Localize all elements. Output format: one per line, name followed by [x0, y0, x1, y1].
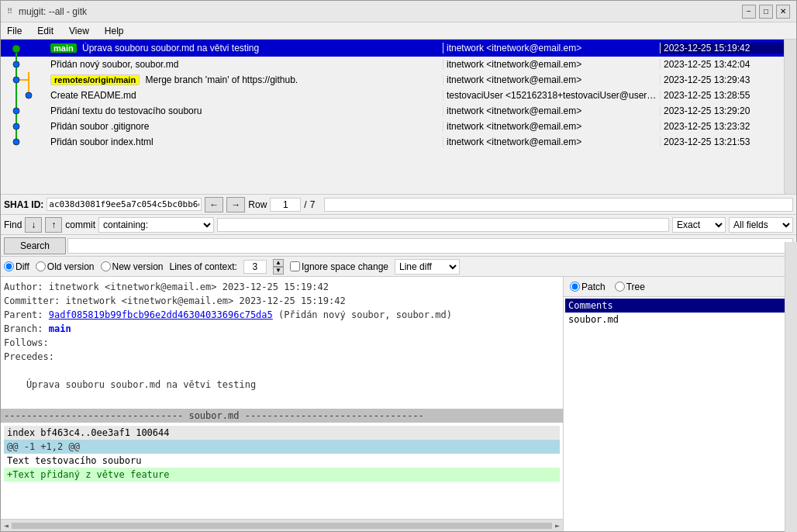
svg-point-3 — [13, 61, 19, 67]
fields-dropdown[interactable]: All fields Headline Comments Author Comm… — [729, 217, 793, 233]
commit-date-1: 2023-12-25 13:42:04 — [660, 59, 784, 70]
diff-scrollbar[interactable]: ◄ ► — [1, 519, 563, 531]
find-mode-dropdown[interactable]: containing: touching paths: adding/remov… — [98, 217, 214, 233]
diff-radio[interactable] — [4, 261, 14, 271]
minimize-button[interactable]: − — [742, 5, 756, 19]
diff-precedes-line: Precedes: — [4, 350, 560, 364]
file-item-comments[interactable]: Comments — [565, 299, 795, 313]
ignore-space-label[interactable]: Ignore space change — [290, 261, 388, 272]
next-button[interactable]: → — [226, 197, 245, 212]
graph-svg-6 — [1, 134, 47, 150]
diff-options-row: Diff Old version New version Lines of co… — [1, 257, 796, 277]
ignore-space-text: Ignore space change — [302, 261, 388, 272]
commit-row-0[interactable]: main Úprava souboru soubor.md na větvi t… — [1, 40, 784, 57]
old-version-radio[interactable] — [36, 261, 46, 271]
row-input[interactable] — [270, 198, 301, 212]
graph-col-6 — [1, 134, 47, 150]
row-search-input[interactable] — [324, 198, 793, 212]
svg-point-14 — [13, 123, 19, 130]
close-button[interactable]: ✕ — [776, 5, 790, 19]
menu-help[interactable]: Help — [102, 24, 127, 38]
ignore-space-checkbox[interactable] — [290, 261, 300, 271]
commit-author-5: itnetwork <itnetwork@email.em> — [443, 121, 660, 132]
graph-svg-4 — [1, 103, 47, 119]
menu-bar: File Edit View Help — [1, 22, 796, 40]
diff-index: index bf463c4..0ee3af1 100644 — [4, 426, 560, 440]
sha1-row: SHA1 ID: ← → Row / 7 — [1, 195, 796, 215]
commit-text-1: Přidán nový soubor, soubor.md — [50, 59, 178, 70]
old-version-radio-label[interactable]: Old version — [36, 261, 95, 272]
svg-point-12 — [13, 108, 19, 114]
commit-row-5[interactable]: Přidán soubor .gitignore itnetwork <itne… — [1, 119, 784, 134]
main-content: main Úprava souboru soubor.md na větvi t… — [1, 40, 796, 531]
commit-msg-5: Přidán soubor .gitignore — [47, 121, 443, 132]
row-label: Row — [248, 199, 267, 210]
svg-point-10 — [26, 92, 32, 98]
new-version-radio[interactable] — [101, 261, 111, 271]
find-up-button[interactable]: ↑ — [45, 217, 62, 233]
right-scrollbar[interactable] — [785, 277, 796, 531]
tree-radio-label[interactable]: Tree — [615, 282, 645, 292]
find-input[interactable] — [217, 218, 669, 232]
maximize-button[interactable]: □ — [759, 5, 773, 19]
svg-point-7 — [13, 77, 19, 83]
branch-tag-remote[interactable]: remotes/origin/main — [50, 74, 140, 85]
find-label: Find — [4, 219, 22, 230]
commit-text-6: Přidán soubor index.html — [50, 136, 154, 147]
spin-up[interactable]: ▲ — [273, 259, 284, 267]
patch-radio[interactable] — [570, 282, 580, 292]
svg-point-0 — [12, 45, 20, 53]
commit-main-area: main Úprava souboru soubor.md na větvi t… — [1, 40, 784, 194]
window-title: mujgit: --all - gitk — [19, 6, 87, 17]
file-item-soubor[interactable]: soubor.md — [565, 313, 795, 326]
commit-row-3[interactable]: Create README.md testovaciUser <15216231… — [1, 88, 784, 103]
patch-radio-label[interactable]: Patch — [570, 282, 606, 292]
commit-author-2: itnetwork <itnetwork@email.em> — [443, 74, 660, 85]
commit-row-6[interactable]: Přidán soubor index.html itnetwork <itne… — [1, 134, 784, 150]
tree-radio[interactable] — [615, 282, 625, 292]
exact-dropdown[interactable]: Exact IgnCase Regexp — [672, 217, 726, 233]
row-separator: / — [304, 199, 306, 210]
title-bar: ⠿ mujgit: --all - gitk − □ ✕ — [1, 1, 796, 22]
branch-tag-main[interactable]: main — [50, 43, 77, 53]
commit-scrollbar[interactable] — [784, 40, 796, 194]
new-version-radio-label[interactable]: New version — [101, 261, 164, 272]
diff-context-line: Text testovacího souboru — [4, 454, 560, 468]
context-spinner: ▲ ▼ — [273, 259, 284, 275]
scroll-left-arrow[interactable]: ◄ — [4, 521, 9, 530]
sha1-input[interactable] — [47, 198, 202, 211]
find-down-button[interactable]: ↓ — [25, 217, 42, 233]
graph-svg-5 — [1, 119, 47, 134]
commit-text-4: Přidání textu do testovacího souboru — [50, 105, 202, 116]
spin-down[interactable]: ▼ — [273, 267, 284, 275]
patch-tree-row: Patch Tree — [564, 277, 796, 297]
commit-area: main Úprava souboru soubor.md na větvi t… — [1, 40, 796, 195]
graph-col-1 — [1, 57, 47, 72]
diff-panel[interactable]: Author: itnetwork <itnetwork@email.em> 2… — [1, 277, 564, 531]
scroll-right-arrow[interactable]: ► — [555, 521, 560, 530]
menu-view[interactable]: View — [66, 24, 92, 38]
commit-row-4[interactable]: Přidání textu do testovacího souboru itn… — [1, 103, 784, 119]
patch-label: Patch — [581, 282, 606, 292]
search-row: Search — [1, 235, 796, 257]
file-list[interactable]: Comments soubor.md — [564, 297, 796, 531]
commit-row-2[interactable]: remotes/origin/main Merge branch 'main' … — [1, 72, 784, 88]
diff-author-line: Author: itnetwork <itnetwork@email.em> 2… — [4, 280, 560, 294]
menu-file[interactable]: File — [4, 24, 25, 38]
diff-branch-line: Branch: main — [4, 322, 560, 336]
prev-button[interactable]: ← — [205, 197, 223, 212]
branch-link[interactable]: main — [49, 323, 71, 334]
search-button[interactable]: Search — [4, 237, 66, 254]
parent-link[interactable]: 9adf085819b99fbcb96e2dd46304033696c75da5 — [49, 309, 273, 320]
menu-edit[interactable]: Edit — [34, 24, 57, 38]
diff-label: Diff — [16, 261, 29, 272]
graph-col-4 — [1, 103, 47, 119]
tree-label: Tree — [626, 282, 645, 292]
linediff-dropdown[interactable]: Line diff Markup diff Word diff — [395, 259, 460, 275]
commit-row-1[interactable]: Přidán nový soubor, soubor.md itnetwork … — [1, 57, 784, 72]
diff-radio-label[interactable]: Diff — [4, 261, 29, 272]
search-input[interactable] — [67, 238, 793, 254]
graph-svg-3 — [1, 88, 47, 103]
new-version-label: New version — [112, 261, 164, 272]
context-input[interactable] — [243, 260, 267, 274]
